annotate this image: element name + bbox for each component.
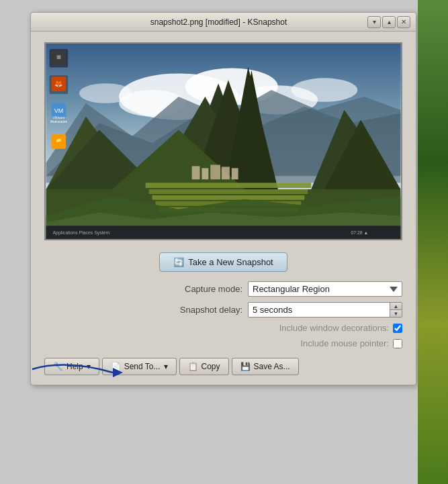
include-decorations-checkbox[interactable]: [393, 324, 402, 333]
minimize-button[interactable]: ▾: [367, 16, 381, 28]
include-pointer-checkbox[interactable]: [393, 339, 402, 348]
take-snapshot-button[interactable]: 🔄 Take a New Snapshot: [159, 252, 287, 272]
camera-icon: 🔄: [173, 257, 184, 267]
spinbox-buttons: ▲ ▼: [390, 303, 402, 317]
ksnapshot-window: snapshot2.png [modified] - KSnapshot ▾ ▴…: [30, 12, 416, 385]
svg-text:07:28 ▲: 07:28 ▲: [351, 230, 368, 235]
maximize-icon: ▴: [388, 18, 391, 26]
form-rows: Capture mode: Rectangular Region Snapsho…: [44, 281, 402, 348]
svg-text:🦊: 🦊: [54, 79, 63, 88]
help-chevron-icon: ▾: [87, 362, 91, 371]
include-decorations-row: Include window decorations:: [44, 323, 402, 333]
copy-icon: 📋: [188, 362, 198, 371]
svg-point-6: [79, 83, 132, 103]
snapshot-delay-row: Snapshot delay: ▲ ▼: [44, 302, 402, 318]
copy-button[interactable]: 📋 Copy: [179, 358, 229, 375]
svg-rect-26: [210, 165, 220, 180]
help-label: Help: [66, 362, 83, 371]
svg-rect-28: [232, 168, 238, 179]
window-title: snapshot2.png [modified] - KSnapshot: [70, 17, 367, 27]
preview-svg: ■ 🦊 VM VMware Workstation 📁 Applications…: [46, 44, 401, 239]
svg-rect-20: [149, 189, 308, 194]
svg-text:📁: 📁: [56, 137, 62, 143]
controls-section: 🔄 Take a New Snapshot Capture mode: Rect…: [44, 252, 402, 375]
snapshot-delay-spinbox: ▲ ▼: [248, 302, 402, 318]
copy-label: Copy: [201, 362, 220, 371]
svg-point-5: [292, 78, 358, 102]
svg-rect-25: [201, 168, 208, 179]
save-as-icon: 💾: [240, 362, 251, 371]
svg-rect-21: [152, 195, 304, 200]
bottom-buttons: 🔧 Help ▾ 📄 Send To... ▾ 📋 Copy 💾 Save As…: [44, 358, 402, 375]
include-pointer-row: Include mouse pointer:: [44, 338, 402, 348]
right-edge-decoration: [418, 0, 448, 484]
svg-rect-24: [192, 166, 200, 179]
svg-text:■: ■: [56, 52, 61, 62]
screenshot-preview: ■ 🦊 VM VMware Workstation 📁 Applications…: [44, 42, 402, 240]
preview-scene: ■ 🦊 VM VMware Workstation 📁 Applications…: [46, 44, 401, 239]
svg-text:VMware: VMware: [52, 116, 64, 119]
titlebar-controls: ▾ ▴ ✕: [367, 16, 410, 28]
titlebar: snapshot2.png [modified] - KSnapshot ▾ ▴…: [31, 13, 416, 32]
send-to-icon: 📄: [111, 362, 121, 371]
window-content: ■ 🦊 VM VMware Workstation 📁 Applications…: [31, 32, 416, 385]
capture-mode-dropdown[interactable]: Rectangular Region: [248, 281, 402, 297]
svg-rect-19: [146, 183, 312, 188]
include-decorations-label: Include window decorations:: [279, 323, 389, 333]
close-icon: ✕: [401, 18, 406, 26]
help-icon: 🔧: [53, 362, 63, 371]
save-as-button[interactable]: 💾 Save As...: [232, 358, 299, 375]
spinbox-down-button[interactable]: ▼: [390, 310, 402, 317]
minimize-icon: ▾: [373, 18, 376, 26]
snapshot-delay-input[interactable]: [249, 303, 390, 317]
svg-text:VM: VM: [54, 107, 63, 114]
svg-text:Workstation: Workstation: [50, 120, 67, 124]
send-to-button[interactable]: 📄 Send To... ▾: [102, 358, 177, 375]
snapshot-delay-label: Snapshot delay:: [180, 305, 242, 315]
send-to-label: Send To...: [124, 362, 161, 371]
svg-text:Applications  Places  System: Applications Places System: [52, 230, 109, 236]
help-button[interactable]: 🔧 Help ▾: [44, 358, 99, 375]
maximize-button[interactable]: ▴: [382, 16, 396, 28]
snapshot-button-label: Take a New Snapshot: [188, 257, 273, 267]
save-as-label: Save As...: [254, 362, 290, 371]
include-pointer-label: Include mouse pointer:: [300, 338, 389, 348]
spinbox-up-button[interactable]: ▲: [390, 303, 402, 310]
send-to-chevron-icon: ▾: [164, 362, 168, 371]
close-button[interactable]: ✕: [397, 16, 410, 28]
svg-rect-27: [222, 166, 230, 179]
capture-mode-row: Capture mode: Rectangular Region: [44, 281, 402, 297]
capture-mode-label: Capture mode:: [185, 284, 242, 294]
